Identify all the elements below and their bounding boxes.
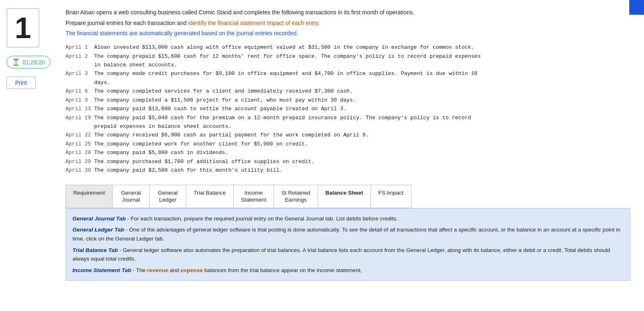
info-general-journal-text: - For each transaction, prepare the requ… — [127, 216, 398, 222]
list-item: April 25 The company completed work for … — [66, 140, 634, 148]
tab-trial-balance[interactable]: Trial Balance — [186, 185, 233, 208]
info-revenue-text: revenue — [147, 267, 168, 273]
list-item: April 19 The company paid $5,040 cash fo… — [66, 114, 634, 122]
intro-line3-text: The financial statements are automatical… — [66, 30, 298, 36]
print-button[interactable]: Print — [7, 77, 36, 89]
info-general-journal-label: General Journal Tab — [72, 216, 126, 222]
transactions-section: April 1 Aloan invested $113,000 cash alo… — [66, 43, 634, 175]
list-item: April 6 The company completed services f… — [66, 87, 634, 95]
info-income-statement: Income Statement Tab - The revenue and e… — [72, 266, 624, 275]
list-item: April 22 The company received $6,900 cas… — [66, 131, 634, 139]
question-number: 1 — [7, 8, 39, 48]
list-item: April 30 The company paid $2,500 cash fo… — [66, 166, 634, 175]
intro-line2-highlight: identify the financial statement impact … — [188, 20, 320, 26]
main-content: Brian Aloan opens a web consulting busin… — [66, 0, 644, 311]
info-box: General Journal Tab - For each transacti… — [66, 208, 630, 281]
list-item: April 3 The company made credit purchase… — [66, 69, 634, 78]
timer-value: 01:29:20 — [23, 59, 45, 66]
tab-income-statement[interactable]: IncomeStatement — [234, 185, 274, 208]
left-panel: 1 ⏳ 01:29:20 Print — [0, 0, 66, 311]
intro-line1: Brian Aloan opens a web consulting busin… — [66, 8, 634, 17]
tab-general-ledger[interactable]: GeneralLedger — [149, 185, 186, 208]
list-item: April 28 The company paid $5,800 cash in… — [66, 148, 634, 157]
info-general-journal: General Journal Tab - For each transacti… — [72, 214, 624, 223]
info-income-statement-label: Income Statement Tab — [72, 267, 131, 273]
tab-bar: Requirement GeneralJournal GeneralLedger… — [66, 185, 411, 208]
intro-section: Brian Aloan opens a web consulting busin… — [66, 8, 634, 38]
intro-line2: Prepare journal entries for each transac… — [66, 19, 634, 28]
info-expense-text: expense — [181, 267, 203, 273]
list-item-continuation: days. — [66, 78, 634, 87]
info-trial-balance-label: Trial Balance Tab — [72, 247, 118, 253]
timer-icon: ⏳ — [12, 58, 20, 66]
intro-line2-start: Prepare journal entries for each transac… — [66, 20, 188, 26]
list-item-continuation: in balance sheet accounts. — [66, 61, 634, 69]
tabs-container: Requirement GeneralJournal GeneralLedger… — [66, 185, 634, 281]
info-general-ledger: General Ledger Tab - One of the advantag… — [72, 225, 624, 243]
tab-fs-impact[interactable]: FS Impact — [371, 185, 411, 208]
list-item: April 2 The company prepaid $15,600 cash… — [66, 52, 634, 61]
list-item-continuation: prepaid expenses in balance sheet accoun… — [66, 122, 634, 131]
tab-st-retained-earnings[interactable]: St RetainedEarnings — [274, 185, 318, 208]
info-general-ledger-label: General Ledger Tab — [72, 227, 124, 233]
info-income-statement-pre: - The — [133, 267, 147, 273]
list-item: April 9 The company completed a $11,500 … — [66, 96, 634, 104]
list-item: April 1 Aloan invested $113,000 cash alo… — [66, 43, 634, 52]
list-item: April 29 The company purchased $1,700 of… — [66, 157, 634, 166]
intro-line3: The financial statements are automatical… — [66, 29, 634, 38]
tab-balance-sheet[interactable]: Balance Sheet — [318, 185, 371, 208]
info-general-ledger-text: - One of the advantages of general ledge… — [72, 227, 620, 242]
info-income-statement-mid: and — [168, 267, 181, 273]
info-trial-balance-text: - General ledger software also automates… — [72, 247, 610, 262]
tab-general-journal[interactable]: GeneralJournal — [113, 185, 149, 208]
info-trial-balance: Trial Balance Tab - General ledger softw… — [72, 246, 624, 263]
tab-requirement[interactable]: Requirement — [66, 185, 113, 208]
top-bar-button[interactable] — [629, 0, 644, 15]
timer-display: ⏳ 01:29:20 — [7, 56, 50, 68]
info-income-statement-end: balances from the trial balance appear o… — [203, 267, 362, 273]
list-item: April 13 The company paid $13,800 cash t… — [66, 104, 634, 113]
